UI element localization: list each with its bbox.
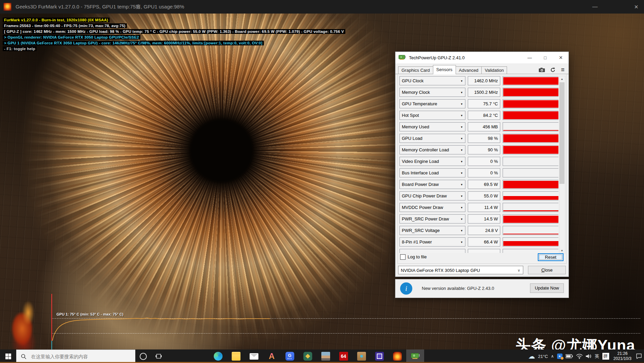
sensor-row: GPU Load ▼ 98 % [399,134,558,143]
task-view-button[interactable] [151,349,166,363]
minimize-icon[interactable]: — [587,0,603,14]
weather-cloud-icon[interactable]: ☁ [528,349,535,363]
sensor-graph [503,237,558,247]
menu-icon[interactable]: ≡ [561,67,565,73]
scrollbar[interactable]: ▲ ▼ [559,76,566,254]
ime-pinyin-indicator[interactable]: 拼 [602,353,609,360]
close-icon[interactable]: × [628,0,644,14]
sensor-label: Memory Controller Load [402,147,449,152]
tab-validation[interactable]: Validation [481,66,507,74]
file-explorer-icon [232,352,240,361]
tab-graphics-card[interactable]: Graphics Card [398,66,433,74]
sensor-row: Bus Interface Load ▼ 0 % [399,168,558,177]
scroll-up-icon[interactable]: ▲ [559,76,565,82]
close-button[interactable]: Close [528,266,566,274]
sensor-row: Memory Clock ▼ 1500.2 MHz [399,88,558,97]
furmark-window-title: Geeks3D FurMark v1.27.0.0 - 75FPS, GPU1 … [16,4,184,10]
gpuz-window-title: TechPowerUp GPU-Z 2.41.0 [409,55,465,60]
sensor-select[interactable]: GPU Load ▼ [399,134,465,143]
task-view-icon [156,354,162,359]
taskbar-app-gbox[interactable]: GBOX [281,349,299,363]
taskbar-app-video[interactable]: A [263,349,281,363]
language-indicator[interactable]: 英 [595,349,599,363]
tray-clock[interactable]: 21:26 2021/10/3 [614,351,631,361]
taskbar-app-photos[interactable] [317,349,335,363]
sensor-select[interactable]: Memory Controller Load ▼ [399,145,465,154]
sensor-value: 456 MB [468,122,500,131]
reset-button[interactable]: Reset [538,253,564,261]
taskbar-app-mail[interactable] [245,349,263,363]
gpuz-titlebar[interactable]: TechPowerUp GPU-Z 2.41.0 — □ × [395,52,569,63]
sensor-label: Hot Spot [402,113,419,118]
sensor-value: 24.8 V [468,226,500,235]
taskbar-app-aida64[interactable]: 64 [335,349,352,363]
taskbar-app-design[interactable] [299,349,317,363]
furmark-osd: FurMark v1.27.0.0 - Burn-in test, 1920x1… [3,18,345,52]
sensor-row: 8-Pin #1 Power ▼ 66.4 W [399,237,558,247]
sensor-select[interactable]: PWR_SRC Voltage ▼ [399,226,465,235]
sensor-value: 84.2 °C [468,111,500,120]
minimize-icon[interactable]: — [522,52,537,63]
taskbar-search[interactable] [16,349,135,363]
netdisk-icon[interactable]: ★ [557,354,562,359]
sensor-select[interactable]: MVDDC Power Draw ▼ [399,203,465,212]
taskbar-app-gpuz[interactable] [406,349,424,363]
chevron-down-icon: ▼ [460,123,463,132]
refresh-icon[interactable] [550,67,555,72]
wifi-icon[interactable] [576,349,583,363]
chevron-down-icon: ▼ [460,88,463,97]
device-select[interactable]: NVIDIA GeForce RTX 3050 Laptop GPU ∨ [398,266,523,274]
sensor-graph [503,134,558,143]
sensor-label: GPU Temperature [402,101,437,106]
sensor-select[interactable]: PWR_SRC Power Draw ▼ [399,214,465,223]
scroll-down-icon[interactable]: ▼ [559,248,565,254]
sensor-select[interactable]: Video Engine Load ▼ [399,157,465,166]
scrollbar-thumb[interactable] [559,82,565,184]
sensor-select[interactable]: GPU Clock ▼ [399,76,465,85]
tab-sensors[interactable]: Sensors [433,65,456,74]
tab-advanced[interactable]: Advanced [456,66,482,74]
update-now-button[interactable]: Update Now [530,283,564,293]
sensor-value: 55.0 W [468,191,500,200]
cortana-button[interactable] [135,349,151,363]
sensor-value: 98 % [468,134,500,143]
sensor-select[interactable]: Bus Interface Load ▼ [399,168,465,177]
taskbar-app-file-explorer[interactable] [227,349,245,363]
sensor-select[interactable]: GPU Temperature ▼ [399,99,465,108]
sensor-graph [503,203,558,212]
taskbar-app-package[interactable] [352,349,370,363]
sensor-row: GPU Clock ▼ 1462.0 MHz [399,76,558,85]
start-button[interactable] [0,349,16,363]
weather-temperature[interactable]: 21°C [538,349,548,363]
sensor-label: PWR_SRC Power Draw [402,216,449,221]
chevron-down-icon: ▼ [460,203,463,212]
close-icon[interactable]: × [553,52,569,63]
search-input[interactable] [30,354,133,360]
sensor-select[interactable]: GPU Chip Power Draw ▼ [399,191,465,200]
battery-icon[interactable] [566,349,573,363]
sensor-label: Board Power Draw [402,182,439,187]
osd-line-gpu1: > GPU 1 (NVIDIA GeForce RTX 3050 Laptop … [3,41,264,45]
action-center-icon[interactable] [636,349,642,363]
sensor-select[interactable] [399,249,465,253]
sensor-value [468,249,500,253]
log-to-file-checkbox[interactable] [400,254,406,260]
sensor-select[interactable]: Memory Used ▼ [399,122,465,131]
chevron-down-icon: ▼ [460,226,463,235]
taskbar-app-toolbox[interactable] [370,349,388,363]
screenshot-camera-icon[interactable] [539,68,545,72]
tray-overflow-chevron-icon[interactable]: ∧ [551,349,554,363]
sensor-select[interactable]: Memory Clock ▼ [399,88,465,97]
log-to-file-label: Log to file [408,254,427,259]
taskbar-app-furmark[interactable] [388,349,406,363]
maximize-icon[interactable]: □ [537,52,553,63]
sensor-select[interactable]: Hot Spot ▼ [399,111,465,120]
sensor-select[interactable]: 8-Pin #1 Power ▼ [399,237,465,247]
sensor-select[interactable]: Board Power Draw ▼ [399,180,465,189]
sensor-graph [503,191,558,200]
taskbar-app-edge[interactable] [209,349,227,363]
chevron-down-icon: ▼ [460,77,463,86]
volume-icon[interactable] [586,349,592,363]
sensor-label: Bus Interface Load [402,170,439,175]
chevron-down-icon: ∨ [518,266,520,275]
